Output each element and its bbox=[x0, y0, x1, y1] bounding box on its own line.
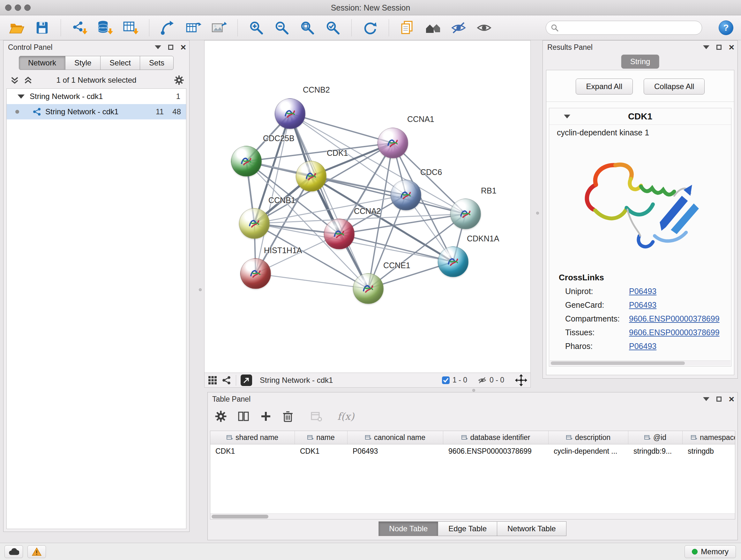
network-edge[interactable] bbox=[290, 114, 393, 143]
panel-close-icon[interactable]: × bbox=[729, 45, 734, 50]
function-builder-icon[interactable]: f(x) bbox=[337, 411, 354, 422]
tab-string[interactable]: String bbox=[621, 55, 659, 69]
panel-float-icon[interactable] bbox=[168, 45, 173, 50]
new-network-icon[interactable] bbox=[159, 19, 177, 37]
network-node-ccna2[interactable] bbox=[324, 219, 354, 249]
splitter-handle[interactable] bbox=[199, 288, 202, 291]
crosslink-link[interactable]: 9606.ENSP00000378699 bbox=[629, 328, 720, 337]
copy-document-icon[interactable] bbox=[399, 19, 416, 37]
zoom-selected-icon[interactable] bbox=[324, 19, 342, 37]
tab-network-table[interactable]: Network Table bbox=[497, 521, 566, 536]
column-header-description[interactable]: description bbox=[549, 431, 628, 444]
panel-float-icon[interactable] bbox=[717, 45, 722, 50]
export-image-icon[interactable] bbox=[210, 19, 228, 37]
column-header-database-identifier[interactable]: database identifier bbox=[443, 431, 549, 444]
network-node-ccnb2[interactable] bbox=[275, 98, 306, 129]
zoom-in-icon[interactable] bbox=[247, 19, 265, 37]
network-collection-row[interactable]: String Network - cdk1 1 bbox=[7, 89, 186, 104]
help-icon[interactable]: ? bbox=[719, 20, 733, 35]
panel-menu-icon[interactable] bbox=[155, 45, 161, 49]
open-external-icon[interactable] bbox=[241, 374, 252, 386]
crosslink-link[interactable]: P06493 bbox=[629, 341, 657, 351]
tab-edge-table[interactable]: Edge Table bbox=[438, 521, 497, 536]
crosslink-link[interactable]: P06493 bbox=[629, 300, 657, 310]
crosslink-label: Uniprot: bbox=[565, 287, 629, 296]
cloud-icon[interactable] bbox=[4, 545, 23, 558]
expand-all-button[interactable]: Expand All bbox=[576, 78, 633, 95]
grid-icon[interactable] bbox=[208, 375, 217, 385]
network-node-hist1h1a[interactable] bbox=[240, 258, 271, 289]
import-network-database-icon[interactable] bbox=[96, 19, 114, 37]
network-list: String Network - cdk1 1 String Network -… bbox=[6, 88, 186, 529]
hidden-eye-icon[interactable] bbox=[477, 376, 487, 384]
control-panel-title: Control Panel bbox=[8, 43, 52, 51]
selected-check-icon[interactable] bbox=[442, 376, 450, 384]
gear-icon[interactable] bbox=[174, 75, 184, 85]
pan-crosshair-icon[interactable] bbox=[515, 374, 527, 386]
tab-style[interactable]: Style bbox=[65, 56, 100, 70]
tab-sets[interactable]: Sets bbox=[140, 56, 174, 70]
delete-icon[interactable] bbox=[282, 411, 293, 422]
memory-status-dot bbox=[692, 549, 697, 555]
network-node-cdc25b[interactable] bbox=[231, 146, 262, 177]
results-horizontal-scrollbar[interactable] bbox=[550, 361, 731, 366]
splitter-handle[interactable] bbox=[536, 212, 539, 214]
column-header--id[interactable]: @id bbox=[628, 431, 683, 444]
open-session-icon[interactable] bbox=[8, 19, 25, 37]
splitter-handle[interactable] bbox=[472, 389, 475, 392]
panel-close-icon[interactable]: × bbox=[729, 396, 734, 401]
zoom-fit-icon[interactable] bbox=[298, 19, 316, 37]
panel-menu-icon[interactable] bbox=[703, 397, 710, 401]
panel-close-icon[interactable]: × bbox=[180, 45, 186, 50]
network-edge[interactable] bbox=[256, 273, 368, 289]
network-node-ccnb1[interactable] bbox=[239, 208, 270, 239]
panel-menu-icon[interactable] bbox=[703, 45, 710, 49]
table-cell: cyclin-dependent ... bbox=[549, 444, 628, 458]
share-icon[interactable] bbox=[222, 375, 231, 385]
search-input[interactable] bbox=[562, 23, 697, 32]
tab-network[interactable]: Network bbox=[19, 56, 65, 70]
column-header-namespace[interactable]: namespace bbox=[683, 431, 735, 444]
network-node-cdk1[interactable] bbox=[296, 161, 327, 192]
import-table-icon[interactable] bbox=[122, 19, 139, 37]
warning-icon[interactable] bbox=[27, 545, 46, 558]
collapse-all-button[interactable]: Collapse All bbox=[644, 78, 704, 95]
zoom-out-icon[interactable] bbox=[273, 19, 291, 37]
show-columns-icon[interactable] bbox=[238, 411, 249, 422]
refresh-icon[interactable] bbox=[361, 19, 379, 37]
panel-float-icon[interactable] bbox=[717, 396, 722, 401]
crosslink-link[interactable]: 9606.ENSP00000378699 bbox=[629, 314, 720, 323]
table-horizontal-scrollbar[interactable] bbox=[210, 513, 735, 519]
column-header-canonical-name[interactable]: canonical name bbox=[347, 431, 443, 444]
tab-node-table[interactable]: Node Table bbox=[379, 521, 438, 536]
crosslink-link[interactable]: P06493 bbox=[629, 287, 657, 296]
table-gear-icon[interactable] bbox=[215, 410, 227, 422]
memory-button[interactable]: Memory bbox=[684, 545, 736, 558]
column-header-shared-name[interactable]: shared name bbox=[210, 431, 295, 444]
network-node-ccne1[interactable] bbox=[353, 273, 384, 304]
hide-eye-icon[interactable] bbox=[450, 19, 468, 37]
home-icon[interactable] bbox=[424, 19, 442, 37]
create-column-icon[interactable] bbox=[260, 411, 272, 422]
import-network-file-icon[interactable] bbox=[71, 19, 88, 37]
network-node-cdkn1a[interactable] bbox=[438, 246, 468, 277]
network-from-table-icon[interactable] bbox=[185, 19, 202, 37]
network-node-cdc6[interactable] bbox=[391, 180, 421, 210]
network-node-rb1[interactable] bbox=[450, 199, 481, 229]
network-node-ccna1[interactable] bbox=[378, 128, 408, 159]
crosslinks-title: CrossLinks bbox=[549, 264, 731, 285]
collapse-icon[interactable] bbox=[17, 95, 24, 99]
table-row[interactable]: CDK1CDK1P064939606.ENSP00000378699cyclin… bbox=[210, 444, 735, 458]
show-eye-icon[interactable] bbox=[475, 19, 493, 37]
tab-select[interactable]: Select bbox=[100, 56, 140, 70]
network-node-label: CDC25B bbox=[263, 134, 294, 143]
column-header-name[interactable]: name bbox=[295, 431, 347, 444]
current-network-indicator bbox=[15, 110, 19, 114]
search-field[interactable] bbox=[546, 21, 702, 35]
network-edge[interactable] bbox=[290, 114, 368, 289]
title-bar: Session: New Session bbox=[0, 0, 741, 15]
network-row[interactable]: String Network - cdk1 11 48 bbox=[7, 104, 186, 119]
selected-count: 1 - 0 bbox=[442, 376, 467, 384]
network-canvas[interactable]: CCNB2CCNA1CDC25BCDK1CDC6RB1CCNB1CCNA2CDK… bbox=[204, 40, 531, 373]
save-session-icon[interactable] bbox=[33, 19, 51, 37]
